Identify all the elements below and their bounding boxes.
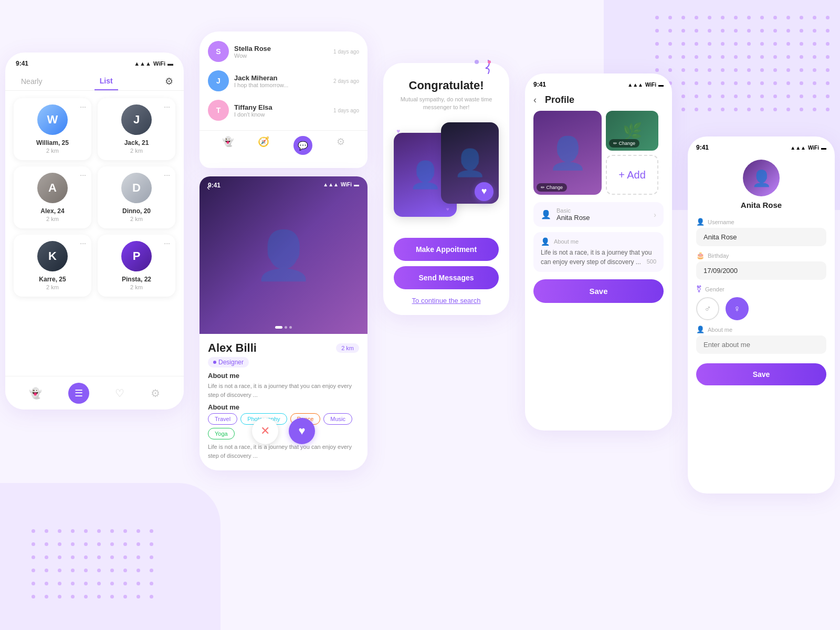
avatar-alex: A (37, 173, 68, 203)
profile-action-buttons: ✕ ♥ (200, 418, 368, 444)
birthday-input[interactable] (696, 261, 826, 280)
photo-person-1: 👤 (409, 160, 442, 190)
profile-card-william[interactable]: ··· W William, 25 2 km (14, 98, 91, 160)
username-input[interactable] (696, 228, 826, 246)
about-me-label: About me (554, 238, 579, 245)
phone4-time: 9:41 (696, 144, 709, 151)
more-dots-icon[interactable]: ··· (80, 239, 86, 247)
phone3-back-button[interactable]: ‹ (533, 94, 537, 106)
gender-options: ♂ ♀ (696, 297, 826, 320)
chat-item-jack[interactable]: J Jack Miheran I hop that tomorrow... 2 … (200, 66, 368, 96)
about-field: 👤 About me (696, 326, 826, 354)
add-photo-button[interactable]: + Add (606, 155, 658, 195)
birthday-icon: 🎂 (696, 251, 705, 259)
continue-search-link[interactable]: To continue the search (412, 297, 481, 304)
basic-section[interactable]: 👤 Basic Anita Rose › (533, 202, 664, 227)
about-text: Life is not a race, it is a journey that… (208, 382, 359, 399)
chat-item-stella[interactable]: S Stella Rose Wow 1 days ago (200, 37, 368, 66)
battery-icon: ▬ (167, 60, 173, 67)
basic-section-content: Basic Anita Rose (556, 207, 648, 222)
phone2-profile-card: 👤 9:41 ▲▲▲ WiFi ▬ ‹ Ale (200, 176, 368, 470)
profile-card-alex[interactable]: ··· A Alex, 24 2 km (14, 166, 91, 228)
like-button[interactable]: ♥ (289, 418, 315, 444)
list-nav-icon[interactable]: ☰ (68, 383, 89, 404)
settings-nav-icon[interactable]: ⚙ (151, 387, 160, 400)
tab-list[interactable]: List (94, 72, 118, 90)
profile-card-dinno[interactable]: ··· D Dinno, 20 2 km (98, 166, 175, 228)
settings-chat-icon[interactable]: ⚙ (337, 136, 345, 155)
role-label: Designer (218, 359, 244, 366)
more-dots-icon[interactable]: ··· (164, 171, 170, 179)
name-jack: Jack, 21 (124, 139, 149, 146)
phone4-save-button[interactable]: Save (696, 363, 826, 385)
name-alex: Alex, 24 (40, 207, 64, 215)
profile-back-arrow[interactable]: ‹ (207, 182, 210, 193)
phone3-save-button[interactable]: Save (533, 279, 664, 303)
gender-label: ⚧ Gender (696, 285, 826, 293)
img-dot-3 (289, 326, 292, 329)
chat-info-jack: Jack Miheran I hop that tomorrow... (234, 74, 328, 88)
chat-time-jack: 2 days ago (333, 78, 359, 84)
filter-icon[interactable]: ⚙ (165, 76, 173, 87)
make-appointment-button[interactable]: Make Appoitment (394, 238, 499, 261)
change-thumb-button[interactable]: ✏ Change (609, 139, 639, 148)
edit-photos-section: 👤 ✏ Change 🌿 ✏ Change + Add (525, 111, 672, 202)
p3-battery: ▬ (658, 82, 664, 88)
photo-person-2: 👤 (454, 148, 486, 178)
ghost-chat-icon[interactable]: 👻 (222, 136, 234, 155)
tab-nearly[interactable]: Nearly (16, 73, 47, 90)
profile-signal: ▲▲▲ (323, 182, 339, 189)
profile-battery: ▬ (354, 182, 359, 189)
avatar-william: W (37, 104, 68, 135)
about-input[interactable] (696, 335, 826, 354)
avatar-jack-chat: J (208, 70, 229, 91)
ghost-nav-icon[interactable]: 👻 (29, 387, 42, 400)
plus-icon: + Add (618, 169, 646, 181)
more-dots-icon[interactable]: ··· (80, 171, 86, 179)
p4-signal: ▲▲▲ (790, 145, 806, 151)
send-messages-button[interactable]: Send Messages (394, 266, 499, 289)
phone2-wrap: S Stella Rose Wow 1 days ago J Jack Mihe… (200, 32, 368, 470)
gender-female-button[interactable]: ♀ (726, 297, 749, 320)
profile-card-pinsta[interactable]: ··· P Pinsta, 22 2 km (98, 235, 175, 297)
heart-nav-icon[interactable]: ♡ (115, 387, 124, 400)
avatar-person-icon: 👤 (752, 169, 771, 187)
profile-status-bar: 9:41 ▲▲▲ WiFi ▬ (200, 176, 368, 194)
profile-status-icons: ▲▲▲ WiFi ▬ (323, 182, 359, 189)
phone2-chat-card: S Stella Rose Wow 1 days ago J Jack Mihe… (200, 32, 368, 168)
about-me-text: Life is not a race, it is a journey that… (541, 248, 656, 267)
small-heart-1: ♥ (396, 128, 400, 135)
p4-battery: ▬ (821, 145, 826, 151)
phone1-status: 9:41 ▲▲▲ WiFi ▬ (5, 52, 184, 70)
chat-bottom-nav: 👻 🧭 💬 ⚙ (200, 130, 368, 160)
birthday-label: 🎂 Birthday (696, 251, 826, 259)
more-dots-icon[interactable]: ··· (164, 239, 170, 247)
about-field-label: 👤 About me (696, 326, 826, 333)
dislike-button[interactable]: ✕ (252, 418, 278, 444)
wifi-icon: WiFi (153, 60, 165, 67)
more-dots-icon[interactable]: ··· (80, 102, 86, 111)
chat-info-tiffany: Tiffany Elsa I don't know (234, 103, 328, 118)
form-avatar: 👤 (743, 160, 780, 196)
profile-card-jack[interactable]: ··· J Jack, 21 2 km (98, 98, 175, 160)
chat-item-tiffany[interactable]: T Tiffany Elsa I don't know 1 days ago (200, 96, 368, 125)
phone3-card: 9:41 ▲▲▲ WiFi ▬ ‹ Profile 👤 ✏ Change 🌿 (525, 74, 672, 430)
gender-male-button[interactable]: ♂ (696, 297, 719, 320)
change-main-photo-button[interactable]: ✏ Change (537, 183, 567, 192)
compass-chat-icon[interactable]: 🧭 (258, 136, 269, 155)
p4-wifi: WiFi (808, 145, 819, 151)
congrat-decoration (472, 58, 494, 82)
phone3-header: ‹ Profile (525, 91, 672, 111)
avatar-stella: S (208, 41, 229, 62)
chat-info-stella: Stella Rose Wow (234, 45, 328, 59)
more-dots-icon[interactable]: ··· (164, 102, 170, 111)
phone1-card: 9:41 ▲▲▲ WiFi ▬ Nearly List ⚙ ··· W Will… (5, 52, 184, 410)
chat-active-icon[interactable]: 💬 (293, 136, 312, 155)
dist-dinno: 2 km (130, 216, 143, 222)
profile-image-section: 👤 9:41 ▲▲▲ WiFi ▬ ‹ (200, 176, 368, 334)
profile-card-karre[interactable]: ··· K Karre, 25 2 km (14, 235, 91, 297)
phone3-page-title: Profile (545, 94, 574, 106)
avatar-jack: J (121, 104, 152, 135)
thumb-plant: 🌿 (623, 122, 642, 140)
avatar-pinsta: P (121, 241, 152, 271)
